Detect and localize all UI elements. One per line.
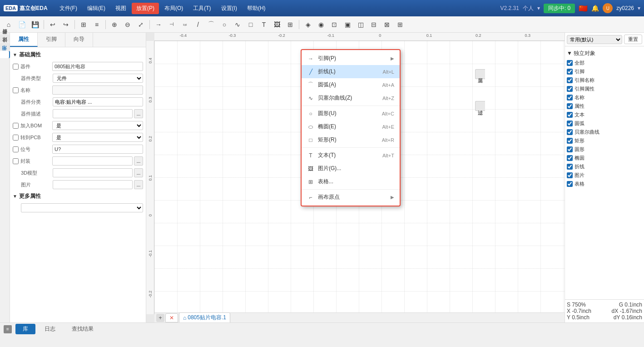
tool-extra8[interactable]: ⊞ [394, 19, 406, 30]
checkbox-filter-pin-attr[interactable] [567, 86, 573, 92]
tool-extra2[interactable]: ◉ [315, 19, 327, 30]
checkbox-filter-pin-name[interactable] [567, 77, 573, 83]
bottom-tab-library[interactable]: 库 [15, 324, 35, 334]
reset-button[interactable]: 重置 [624, 35, 642, 44]
checkbox-filter-image[interactable] [567, 172, 573, 178]
filter-select[interactable]: 常用(默认) 全部 自定义 [567, 35, 622, 44]
avatar[interactable]: U [603, 3, 613, 13]
tab-close-icon[interactable]: ✕ [169, 315, 174, 321]
value-ref[interactable]: U? [52, 145, 143, 154]
tool-zoom-in[interactable]: ⊕ [109, 19, 120, 30]
draw-arc[interactable]: ⌒ [205, 19, 217, 30]
checkbox-filter-bezier[interactable] [567, 129, 573, 135]
menu-item-polyline[interactable]: ╱ 折线(L) Alt+L [302, 65, 400, 78]
tool-extra1[interactable]: ◈ [302, 19, 314, 30]
draw-line[interactable]: / [192, 19, 204, 30]
select-device-type[interactable]: 元件 [53, 74, 143, 83]
draw-wire[interactable]: → [153, 19, 164, 30]
checkbox-filter-pin[interactable] [567, 69, 573, 75]
vtab-common[interactable]: 常用 [0, 51, 10, 58]
menu-item-bezier[interactable]: ∿ 贝塞尔曲线(Z) Alt+Z [302, 91, 400, 105]
menu-file[interactable]: 文件(F) [55, 3, 82, 14]
checkbox-filter-rect[interactable] [567, 138, 573, 144]
checkbox-filter-table[interactable] [567, 181, 573, 187]
value-device[interactable]: 0805贴片电容 [52, 62, 143, 71]
btn-3d-dots[interactable]: ... [134, 168, 143, 177]
btn-image-dots[interactable]: ... [134, 180, 143, 189]
section-basic[interactable]: ▼ 基础属性 [12, 49, 144, 60]
menu-tools[interactable]: 工具(T) [188, 3, 215, 14]
tool-extra4[interactable]: ▣ [342, 19, 353, 30]
checkbox-filter-arc[interactable] [567, 121, 573, 126]
canvas-tab-add[interactable]: + [156, 314, 164, 322]
section-more[interactable]: ▼ 更多属性 [12, 191, 144, 202]
draw-rect[interactable]: □ [245, 19, 257, 30]
select-bom[interactable]: 是 [52, 121, 143, 130]
menu-item-circle[interactable]: ○ 圆形(U) Alt+C [302, 107, 400, 120]
menu-place[interactable]: 放置(P) [132, 3, 159, 14]
btn-footprint-dots[interactable]: ... [134, 156, 143, 166]
tool-grid[interactable]: ⊞ [78, 19, 89, 30]
vtab-lib-design[interactable]: 库设计 [0, 43, 10, 50]
menu-item-arc[interactable]: ⌒ 圆弧(A) Alt+A [302, 78, 400, 91]
tab-wizard[interactable]: 向导 [65, 33, 93, 47]
tool-redo[interactable]: ↪ [60, 19, 72, 30]
draw-circle[interactable]: ○ [218, 19, 230, 30]
tool-fit[interactable]: ⤢ [135, 19, 147, 30]
menu-edit[interactable]: 编辑(E) [83, 3, 110, 14]
menu-settings[interactable]: 设置(I) [217, 3, 242, 14]
checkbox-filter-ellipse[interactable] [567, 155, 573, 161]
tool-extra5[interactable]: ◫ [355, 19, 367, 30]
sync-button[interactable]: 同步中: 0 [544, 4, 575, 13]
vtab-all-parts[interactable]: 所有器件 [0, 35, 10, 42]
tab-pins[interactable]: 引脚 [38, 33, 65, 47]
draw-wave[interactable]: ∿ [232, 19, 243, 30]
checkbox-pcb[interactable] [13, 135, 19, 141]
checkbox-filter-name[interactable] [567, 95, 573, 101]
btn-desc-dots[interactable]: ... [134, 109, 143, 118]
menu-item-image[interactable]: 🖼 图片(G)... [302, 162, 400, 175]
checkbox-bom[interactable] [13, 123, 19, 129]
menu-item-text[interactable]: T 文本(T) Alt+T [302, 149, 400, 162]
canvas-tab-close[interactable]: ✕ [165, 313, 178, 322]
menu-item-pin[interactable]: → 引脚(P) ▶ [302, 52, 400, 65]
menu-help[interactable]: 帮助(H) [243, 3, 270, 14]
checkbox-filter-circle[interactable] [567, 146, 573, 152]
checkbox-footprint[interactable] [13, 158, 19, 164]
checkbox-filter-attr[interactable] [567, 103, 573, 109]
select-pcb[interactable]: 是 [52, 133, 143, 142]
checkbox-ref[interactable] [13, 146, 19, 152]
tool-zoom-out[interactable]: ⊖ [122, 19, 134, 30]
more-select[interactable] [21, 203, 143, 212]
canvas-tab-main[interactable]: ⌂ 0805贴片电容.1 [179, 312, 230, 322]
checkbox-device[interactable] [13, 64, 19, 70]
tool-save[interactable]: 💾 [29, 19, 41, 30]
tool-extra7[interactable]: ⊠ [381, 19, 393, 30]
tool-home[interactable]: ⌂ [3, 19, 15, 30]
input-image[interactable] [53, 180, 133, 189]
menu-item-origin[interactable]: ⌐ 画布原点 ▶ [302, 191, 400, 204]
input-category[interactable]: 电容:贴片电容 ... [53, 97, 143, 106]
checkbox-filter-all[interactable] [567, 60, 573, 66]
tool-undo[interactable]: ↩ [47, 19, 59, 30]
tool-new[interactable]: 📄 [16, 19, 28, 30]
input-desc[interactable] [53, 109, 133, 118]
draw-pin[interactable]: ⊣ [166, 19, 178, 30]
username[interactable]: zy0226 [616, 5, 634, 11]
draw-bus[interactable]: ⎃ [179, 19, 191, 30]
menu-view[interactable]: 视图 [111, 3, 131, 14]
menu-item-ellipse[interactable]: ⬭ 椭圆(E) Alt+E [302, 120, 400, 133]
right-vtab-attr[interactable]: 属层 [475, 69, 485, 79]
tool-list[interactable]: ≡ [91, 19, 103, 30]
input-3d[interactable] [53, 168, 133, 177]
tab-props[interactable]: 属性 [10, 33, 38, 47]
notification-icon[interactable]: 🔔 [591, 5, 599, 12]
value-name[interactable] [52, 85, 143, 95]
draw-table[interactable]: ⊞ [284, 19, 296, 30]
checkbox-filter-polyline[interactable] [567, 164, 573, 170]
checkbox-filter-text[interactable] [567, 112, 573, 118]
draw-img[interactable]: 🖼 [271, 19, 283, 30]
tool-extra6[interactable]: ⊟ [368, 19, 380, 30]
bottom-left-icon[interactable]: ≡ [4, 325, 12, 333]
draw-text[interactable]: T [258, 19, 270, 30]
